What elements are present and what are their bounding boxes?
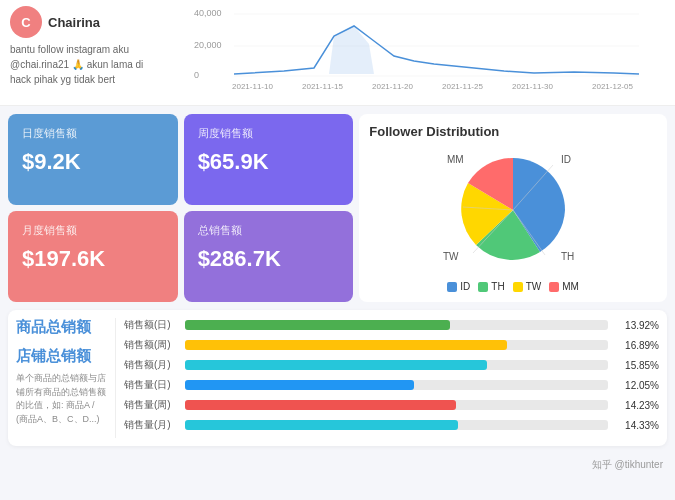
svg-text:40,000: 40,000 bbox=[194, 8, 222, 18]
product-description: 单个商品的总销额与店铺所有商品的总销售额的比值，如: 商品A / (商品A、B、… bbox=[16, 372, 107, 426]
bar-track bbox=[185, 420, 608, 430]
bar-track bbox=[185, 320, 608, 330]
profile-card: C Chairina bantu follow instagram aku @c… bbox=[10, 6, 165, 87]
svg-text:2021-11-30: 2021-11-30 bbox=[512, 82, 553, 91]
monthly-sales-label: 月度销售额 bbox=[22, 223, 164, 238]
bar-row: 销售额(日) 13.92% bbox=[124, 318, 659, 332]
svg-text:2021-11-10: 2021-11-10 bbox=[232, 82, 273, 91]
total-sales-card: 总销售额 $286.7K bbox=[184, 211, 354, 302]
bar-row: 销售额(月) 15.85% bbox=[124, 358, 659, 372]
pie-legend: ID TH TW MM bbox=[447, 281, 579, 292]
bar-label: 销售量(日) bbox=[124, 378, 179, 392]
svg-text:20,000: 20,000 bbox=[194, 40, 222, 50]
bar-label: 销售额(周) bbox=[124, 338, 179, 352]
profile-description: bantu follow instagram aku @chai.rina21 … bbox=[10, 42, 165, 87]
bar-label: 销售额(日) bbox=[124, 318, 179, 332]
bar-fill bbox=[185, 320, 450, 330]
legend-mm: MM bbox=[549, 281, 579, 292]
svg-text:MM: MM bbox=[447, 154, 464, 165]
svg-text:TW: TW bbox=[443, 251, 459, 262]
bar-fill bbox=[185, 420, 458, 430]
weekly-sales-value: $65.9K bbox=[198, 149, 340, 175]
bar-track bbox=[185, 380, 608, 390]
pie-chart: MM ID TW TH bbox=[433, 145, 593, 275]
total-sales-label: 总销售额 bbox=[198, 223, 340, 238]
line-chart-area: 40,000 20,000 0 2021-11-10 2021-11-15 20… bbox=[173, 6, 665, 99]
product-labels: 商品总销额 店铺总销额 单个商品的总销额与店铺所有商品的总销售额的比值，如: 商… bbox=[16, 318, 116, 438]
svg-text:2021-11-20: 2021-11-20 bbox=[372, 82, 413, 91]
footer-text: 知乎 @tikhunter bbox=[592, 459, 663, 470]
weekly-sales-label: 周度销售额 bbox=[198, 126, 340, 141]
product-main-label: 商品总销额 bbox=[16, 318, 107, 337]
bar-label: 销售量(周) bbox=[124, 398, 179, 412]
daily-sales-card: 日度销售额 $9.2K bbox=[8, 114, 178, 205]
product-sub-label: 店铺总销额 bbox=[16, 347, 107, 366]
monthly-sales-value: $197.6K bbox=[22, 246, 164, 272]
bar-fill bbox=[185, 340, 507, 350]
bar-fill bbox=[185, 400, 456, 410]
bar-percentage: 16.89% bbox=[614, 340, 659, 351]
bars-container: 销售额(日) 13.92% 销售额(周) 16.89% 销售额(月) 15.85… bbox=[124, 318, 659, 438]
svg-text:2021-12-05: 2021-12-05 bbox=[592, 82, 633, 91]
bar-row: 销售量(周) 14.23% bbox=[124, 398, 659, 412]
bar-percentage: 14.33% bbox=[614, 420, 659, 431]
svg-text:2021-11-15: 2021-11-15 bbox=[302, 82, 343, 91]
legend-th: TH bbox=[478, 281, 504, 292]
svg-text:2021-11-25: 2021-11-25 bbox=[442, 82, 483, 91]
follower-distribution-panel: Follower Distribution MM bbox=[359, 114, 667, 302]
bar-row: 销售量(月) 14.33% bbox=[124, 418, 659, 432]
bar-track bbox=[185, 340, 608, 350]
profile-name: Chairina bbox=[48, 15, 100, 30]
bar-row: 销售额(周) 16.89% bbox=[124, 338, 659, 352]
weekly-sales-card: 周度销售额 $65.9K bbox=[184, 114, 354, 205]
svg-marker-6 bbox=[329, 26, 374, 74]
bar-percentage: 14.23% bbox=[614, 400, 659, 411]
svg-text:ID: ID bbox=[561, 154, 571, 165]
avatar: C bbox=[10, 6, 42, 38]
bar-track bbox=[185, 360, 608, 370]
monthly-sales-card: 月度销售额 $197.6K bbox=[8, 211, 178, 302]
svg-text:TH: TH bbox=[561, 251, 574, 262]
bar-row: 销售量(日) 12.05% bbox=[124, 378, 659, 392]
legend-tw: TW bbox=[513, 281, 542, 292]
bar-percentage: 13.92% bbox=[614, 320, 659, 331]
daily-sales-label: 日度销售额 bbox=[22, 126, 164, 141]
daily-sales-value: $9.2K bbox=[22, 149, 164, 175]
bar-percentage: 15.85% bbox=[614, 360, 659, 371]
bar-label: 销售额(月) bbox=[124, 358, 179, 372]
bar-fill bbox=[185, 360, 487, 370]
bar-label: 销售量(月) bbox=[124, 418, 179, 432]
bar-percentage: 12.05% bbox=[614, 380, 659, 391]
legend-id: ID bbox=[447, 281, 470, 292]
bar-fill bbox=[185, 380, 414, 390]
total-sales-value: $286.7K bbox=[198, 246, 340, 272]
follower-dist-title: Follower Distribution bbox=[369, 124, 499, 139]
bar-track bbox=[185, 400, 608, 410]
svg-text:0: 0 bbox=[194, 70, 199, 80]
